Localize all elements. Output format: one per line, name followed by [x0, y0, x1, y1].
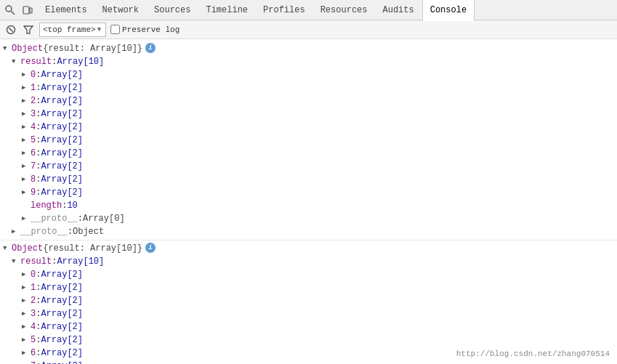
entry1-item4-expand[interactable] — [22, 121, 31, 133]
entry1-header[interactable]: Object {result: Array[10]} i — [0, 42, 617, 55]
entry2-result-val: Array[10] — [57, 256, 104, 267]
entry1-item7-expand[interactable] — [22, 161, 31, 172]
entry1-item-5[interactable]: 5 : Array[2] — [0, 134, 617, 147]
entry2-info-icon[interactable]: i — [145, 243, 156, 253]
entry2-item-0[interactable]: 0 : Array[2] — [0, 268, 617, 281]
svg-line-5 — [9, 28, 13, 32]
tab-console[interactable]: Console — [422, 0, 475, 21]
device-icon[interactable] — [20, 3, 35, 17]
filter-icon[interactable] — [22, 23, 35, 36]
entry1-object-label: Object — [12, 43, 43, 54]
inspect-icon[interactable] — [3, 3, 17, 17]
tab-audits[interactable]: Audits — [375, 0, 422, 20]
entry1-item2-expand[interactable] — [22, 95, 31, 107]
toolbar-icons — [3, 3, 35, 17]
entry1-length: length : 10 — [0, 199, 617, 212]
tab-sources[interactable]: Sources — [147, 0, 198, 20]
entry2-object-label: Object — [12, 243, 43, 254]
entry1-item8-expand[interactable] — [22, 174, 31, 185]
entry2-result-row[interactable]: result : Array[10] — [0, 255, 617, 268]
entry2-result-expand[interactable] — [12, 256, 20, 267]
entry2-item-7[interactable]: 7 : Array[2] — [0, 360, 617, 364]
svg-line-1 — [12, 11, 15, 15]
entry2-item-1[interactable]: 1 : Array[2] — [0, 281, 617, 294]
entry1-item-8[interactable]: 8 : Array[2] — [0, 173, 617, 186]
preserve-log-checkbox[interactable] — [110, 25, 120, 34]
entry2-item-4[interactable]: 4 : Array[2] — [0, 320, 617, 333]
entry1-result-expand[interactable] — [12, 56, 20, 68]
entry1-result-key: result — [20, 56, 52, 68]
entry2-item-2[interactable]: 2 : Array[2] — [0, 294, 617, 307]
entry1-item-6[interactable]: 6 : Array[2] — [0, 147, 617, 160]
frame-label: <top frame> — [43, 25, 96, 34]
tab-elements[interactable]: Elements — [38, 0, 95, 20]
entry1-item0-expand[interactable] — [22, 69, 31, 81]
entry1-item-1[interactable]: 1 : Array[2] — [0, 81, 617, 94]
tab-bar: Elements Network Sources Timeline Profil… — [0, 0, 617, 20]
console-output: Object {result: Array[10]} i result : Ar… — [0, 39, 617, 364]
console-entry-2: Object {result: Array[10]} i result : Ar… — [0, 240, 617, 364]
frame-selector[interactable]: <top frame> ▼ — [39, 23, 106, 37]
entry1-result-val: Array[10] — [57, 56, 104, 68]
frame-dropdown-arrow: ▼ — [97, 26, 101, 33]
entry1-item-2[interactable]: 2 : Array[2] — [0, 94, 617, 108]
entry2-header[interactable]: Object {result: Array[10]} i — [0, 242, 617, 255]
entry1-item3-expand[interactable] — [22, 108, 31, 120]
entry1-item-0[interactable]: 0 : Array[2] — [0, 68, 617, 81]
entry1-item1-expand[interactable] — [22, 82, 31, 94]
clear-icon[interactable] — [4, 23, 17, 36]
entry1-proto-result[interactable]: __proto__ : Array[0] — [0, 212, 617, 225]
svg-marker-6 — [24, 26, 33, 33]
entry2-object-preview: {result: Array[10]} — [43, 243, 142, 254]
entry1-item9-expand[interactable] — [22, 187, 31, 198]
svg-point-0 — [6, 6, 12, 12]
svg-rect-2 — [23, 7, 29, 14]
entry1-item-3[interactable]: 3 : Array[2] — [0, 108, 617, 121]
tab-timeline[interactable]: Timeline — [198, 0, 256, 20]
entry1-item-9[interactable]: 9 : Array[2] — [0, 186, 617, 199]
tab-profiles[interactable]: Profiles — [256, 0, 313, 20]
console-entry-1: Object {result: Array[10]} i result : Ar… — [0, 41, 617, 240]
svg-rect-3 — [30, 8, 32, 13]
entry1-proto-result-expand[interactable] — [22, 213, 31, 225]
entry2-expand-arrow[interactable] — [3, 243, 12, 254]
entry2-item-5[interactable]: 5 : Array[2] — [0, 333, 617, 347]
tab-resources[interactable]: Resources — [313, 0, 376, 20]
entry1-object-preview: {result: Array[10]} — [43, 43, 142, 54]
entry2-result-key: result — [20, 256, 52, 267]
entry1-proto-obj[interactable]: __proto__ : Object — [0, 225, 617, 238]
entry1-result-row[interactable]: result : Array[10] — [0, 55, 617, 68]
entry1-item-4[interactable]: 4 : Array[2] — [0, 121, 617, 134]
console-toolbar: <top frame> ▼ Preserve log — [0, 20, 617, 39]
entry1-proto-obj-expand[interactable] — [12, 226, 20, 238]
entry1-item6-expand[interactable] — [22, 147, 31, 159]
entry1-expand-arrow[interactable] — [3, 43, 12, 54]
preserve-log-text: Preserve log — [122, 25, 180, 34]
url-reference: http://blog.csdn.net/zhang070514 — [456, 349, 610, 358]
preserve-log-label[interactable]: Preserve log — [110, 25, 180, 34]
entry1-item5-expand[interactable] — [22, 134, 31, 146]
entry1-info-icon[interactable]: i — [145, 43, 156, 53]
entry2-item-3[interactable]: 3 : Array[2] — [0, 307, 617, 320]
entry1-item-7[interactable]: 7 : Array[2] — [0, 160, 617, 173]
tab-network[interactable]: Network — [95, 0, 147, 20]
